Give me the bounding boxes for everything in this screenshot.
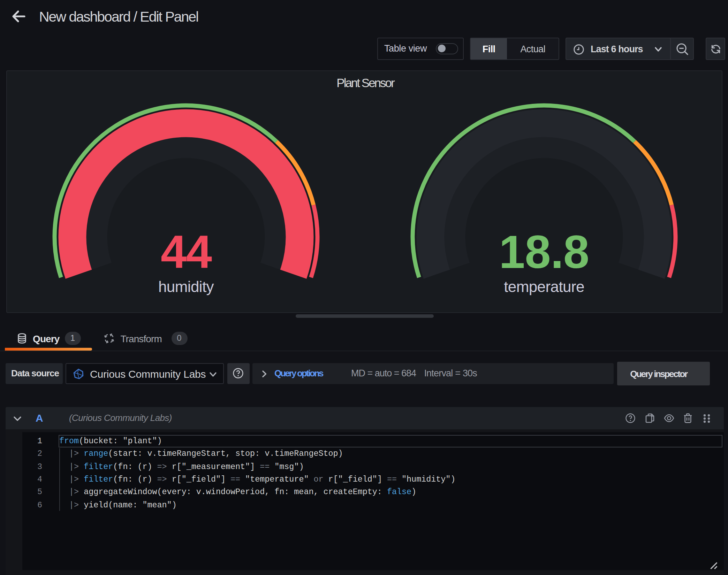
svg-text:humidity: humidity <box>158 278 214 295</box>
svg-text:44: 44 <box>160 225 212 277</box>
svg-text:temperature: temperature <box>503 278 584 295</box>
svg-text:18.8: 18.8 <box>499 225 589 277</box>
